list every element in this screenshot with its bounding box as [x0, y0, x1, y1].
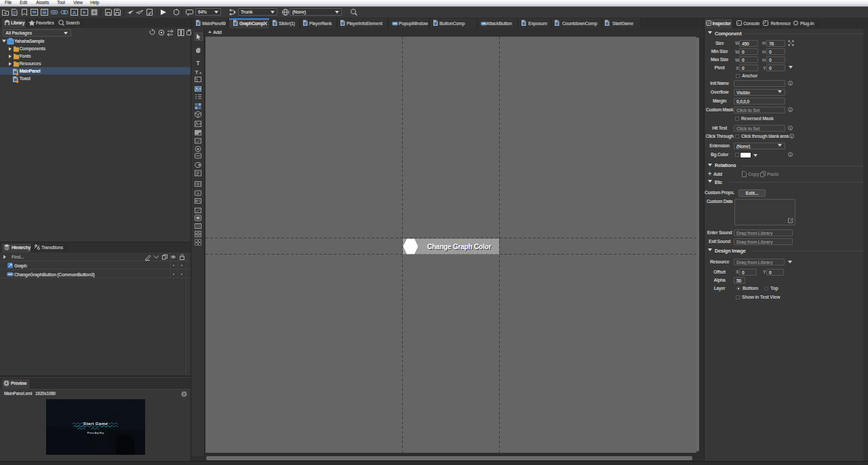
svg-text:T: T [196, 60, 200, 67]
svg-text:A: A [197, 191, 199, 196]
svg-text:Change Graph Color: Change Graph Color [427, 243, 491, 250]
svg-text:A: A [73, 10, 77, 16]
svg-text:Press Any Key: Press Any Key [87, 432, 104, 434]
svg-text:T: T [195, 69, 199, 75]
svg-text:Start Game: Start Game [83, 422, 108, 426]
svg-text:a: a [199, 71, 202, 75]
